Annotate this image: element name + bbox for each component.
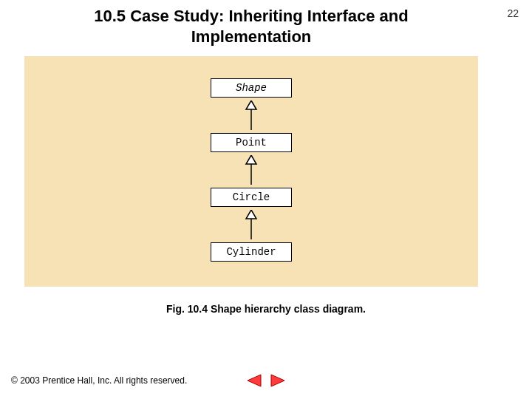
prev-slide-button[interactable]: [246, 374, 262, 387]
diagram-panel: Shape Point Circle C: [24, 56, 478, 287]
svg-marker-3: [246, 155, 256, 164]
svg-marker-6: [248, 375, 261, 386]
svg-marker-7: [271, 375, 284, 386]
svg-marker-1: [246, 100, 256, 109]
triangle-right-icon: [270, 374, 286, 387]
slide-title: 10.5 Case Study: Inheriting Interface an…: [52, 6, 451, 47]
class-box-point: Point: [211, 133, 292, 152]
slide: 10.5 Case Study: Inheriting Interface an…: [0, 0, 532, 399]
class-box-label: Point: [236, 137, 267, 149]
next-slide-button[interactable]: [270, 374, 286, 387]
class-box-label: Cylinder: [226, 246, 276, 258]
svg-marker-5: [246, 210, 256, 219]
inheritance-arrow: [244, 210, 259, 239]
figure-caption: Fig. 10.4 Shape hierarchy class diagram.: [0, 303, 532, 315]
triangle-left-icon: [246, 374, 262, 387]
class-box-shape: Shape: [211, 78, 292, 98]
class-box-label: Shape: [236, 82, 267, 94]
page-number: 22: [507, 7, 519, 19]
class-box-cylinder: Cylinder: [211, 242, 292, 262]
class-box-circle: Circle: [211, 188, 292, 207]
inheritance-arrow: [244, 100, 259, 130]
inheritance-arrow: [244, 155, 259, 185]
copyright-footer: © 2003 Prentice Hall, Inc. All rights re…: [11, 375, 187, 386]
slide-nav: [246, 374, 286, 387]
class-box-label: Circle: [233, 191, 270, 203]
